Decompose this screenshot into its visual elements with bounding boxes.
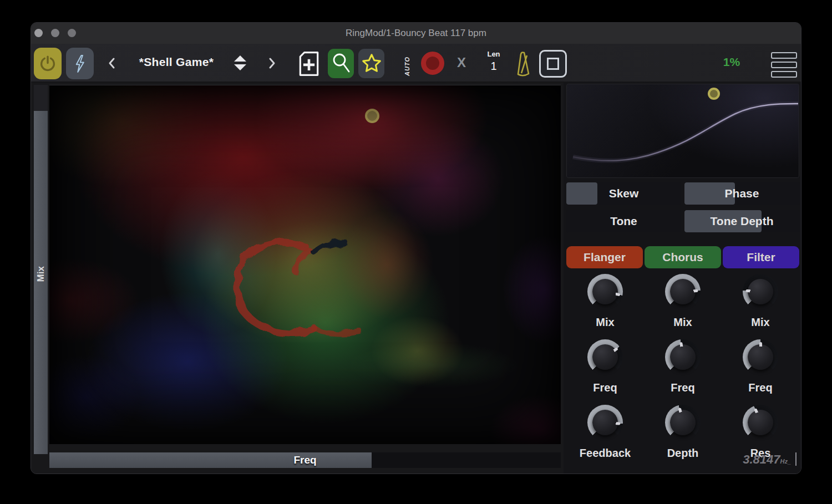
power-icon [38,54,57,73]
readout-number: 3.8147 [743,452,780,466]
tab-filter[interactable]: Filter [723,246,799,268]
knob-grid: Mix Mix [566,274,799,470]
knob-label: Freq [593,381,617,394]
flanger-freq-knob[interactable] [587,339,623,375]
knob-cell: Depth [644,405,722,470]
titlebar[interactable]: RingMod/1-Bouncy Beat 117 bpm [31,23,801,44]
toolbar: *Shell Game* [31,44,801,83]
xy-pad[interactable] [49,85,561,444]
spectral-visualization [49,85,561,445]
metronome-icon [511,49,535,78]
knob-cell: Mix [722,274,799,339]
knob-label: Mix [596,316,614,329]
cpu-meter: 1% [712,55,751,69]
curve-display[interactable] [566,84,799,178]
menu-bar-icon [771,71,797,78]
knob-cell: Freq [722,339,799,405]
length-control[interactable]: Len 1 [483,50,505,73]
slider-label: Tone [566,210,681,232]
favorite-button[interactable] [358,49,384,78]
resize-mode-button[interactable] [539,50,567,78]
power-button[interactable] [34,48,62,79]
curve-marker[interactable] [708,88,720,100]
triangle-up-icon [234,55,246,62]
value-readout: 3.8147Hz_ [743,452,797,467]
knob-label: Mix [751,316,769,329]
right-panel: Skew Phase Tone Tone Depth [564,83,801,474]
plugin-window: RingMod/1-Bouncy Beat 117 bpm *Shell Gam… [31,22,801,474]
square-icon [547,58,559,70]
len-value[interactable]: 1 [483,60,505,73]
save-preset-button[interactable] [296,49,322,78]
clear-button[interactable]: X [453,55,470,70]
auto-label[interactable]: AUTO [404,50,410,76]
text-cursor [795,452,797,466]
chorus-depth-knob[interactable] [665,405,701,440]
flanger-feedback-knob[interactable] [587,405,623,440]
slider-label: Phase [684,182,799,205]
filter-freq-knob[interactable] [743,339,778,375]
knob-cell: Mix [644,274,722,339]
chorus-mix-knob[interactable] [665,274,701,309]
chorus-freq-knob[interactable] [665,339,701,375]
menu-bar-icon [771,52,797,59]
knob-cell: Freq [644,339,722,405]
tone-slider[interactable]: Tone [566,210,681,232]
file-plus-icon [297,50,321,77]
record-button[interactable] [421,52,444,75]
knob-pointer [759,342,762,357]
chevron-left-icon [108,57,115,69]
filter-mix-knob[interactable] [743,274,778,309]
knob-cell: Feedback [566,405,644,470]
triangle-down-icon [234,64,246,70]
preset-name[interactable]: *Shell Game* [126,55,226,69]
knob-label: Feedback [580,447,631,460]
mix-slider-fill [34,111,48,454]
main-content: Mix [31,83,801,474]
lightning-icon [72,54,88,74]
filter-res-knob[interactable] [743,405,778,440]
menu-bar-icon [771,62,797,68]
knob-label: Freq [671,381,694,394]
tab-chorus[interactable]: Chorus [645,246,721,268]
freq-slider[interactable]: Freq [49,452,561,468]
tab-flanger[interactable]: Flanger [566,246,643,268]
skew-slider[interactable]: Skew [566,182,681,205]
freq-slider-fill [49,452,372,468]
next-preset-button[interactable] [266,55,279,72]
curve-graph [566,84,799,178]
knob-cell: Freq [566,339,644,405]
phase-slider[interactable]: Phase [684,182,799,205]
knob-label: Depth [667,447,699,460]
effect-tabs: Flanger Chorus Filter [566,246,799,268]
bypass-button[interactable] [66,48,94,79]
xy-pad-marker[interactable] [365,109,379,123]
slider-label: Tone Depth [684,210,799,232]
tone-depth-slider[interactable]: Tone Depth [684,210,799,232]
preset-list-button[interactable] [233,55,247,70]
previous-preset-button[interactable] [105,55,118,72]
metronome-button[interactable] [511,49,535,78]
slider-label: Skew [566,182,681,205]
flanger-mix-knob[interactable] [587,274,623,309]
len-label: Len [483,50,505,58]
screen: RingMod/1-Bouncy Beat 117 bpm *Shell Gam… [0,0,832,504]
window-title: RingMod/1-Bouncy Beat 117 bpm [31,23,801,44]
mix-slider-label: Mix [35,268,47,282]
browse-presets-button[interactable] [328,49,354,78]
mix-slider[interactable]: Mix [34,85,48,454]
knob-label: Mix [673,316,692,329]
knob-cell: Mix [566,274,644,339]
readout-unit: Hz_ [780,458,791,465]
search-icon [330,52,352,76]
freq-slider-label: Freq [293,452,316,468]
star-icon [359,52,384,76]
knob-label: Freq [748,381,772,394]
shape-sliders: Skew Phase Tone Tone Depth [566,182,799,232]
menu-button[interactable] [771,52,797,78]
chevron-right-icon [268,57,276,69]
